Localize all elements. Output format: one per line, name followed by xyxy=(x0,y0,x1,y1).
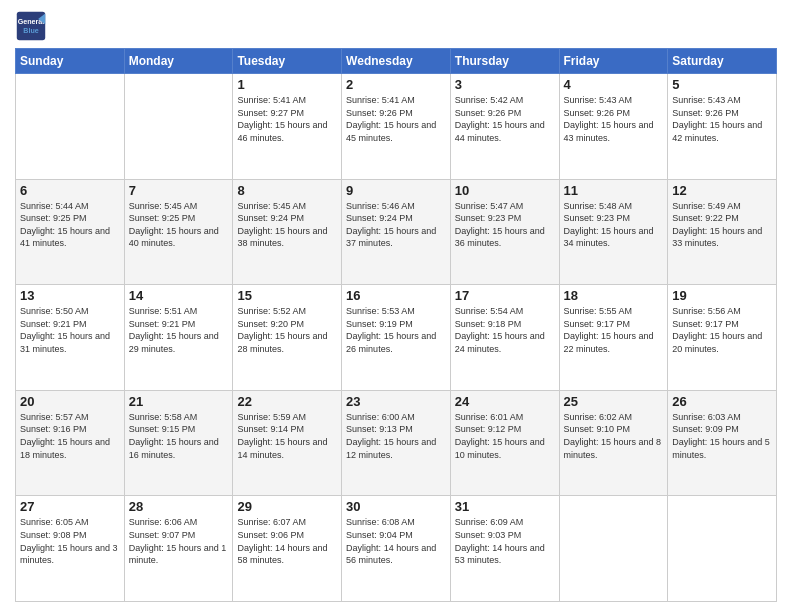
calendar-cell: 3Sunrise: 5:42 AM Sunset: 9:26 PM Daylig… xyxy=(450,74,559,180)
calendar-header-row: SundayMondayTuesdayWednesdayThursdayFrid… xyxy=(16,49,777,74)
day-number: 30 xyxy=(346,499,446,514)
svg-text:Blue: Blue xyxy=(23,27,38,35)
calendar-cell: 30Sunrise: 6:08 AM Sunset: 9:04 PM Dayli… xyxy=(342,496,451,602)
day-info: Sunrise: 6:02 AM Sunset: 9:10 PM Dayligh… xyxy=(564,411,664,461)
day-info: Sunrise: 6:09 AM Sunset: 9:03 PM Dayligh… xyxy=(455,516,555,566)
day-number: 6 xyxy=(20,183,120,198)
day-number: 13 xyxy=(20,288,120,303)
logo-icon: General Blue xyxy=(15,10,47,42)
day-info: Sunrise: 6:01 AM Sunset: 9:12 PM Dayligh… xyxy=(455,411,555,461)
day-info: Sunrise: 6:08 AM Sunset: 9:04 PM Dayligh… xyxy=(346,516,446,566)
calendar-cell: 16Sunrise: 5:53 AM Sunset: 9:19 PM Dayli… xyxy=(342,285,451,391)
calendar-cell: 25Sunrise: 6:02 AM Sunset: 9:10 PM Dayli… xyxy=(559,390,668,496)
calendar-cell: 23Sunrise: 6:00 AM Sunset: 9:13 PM Dayli… xyxy=(342,390,451,496)
weekday-header: Thursday xyxy=(450,49,559,74)
calendar-cell: 20Sunrise: 5:57 AM Sunset: 9:16 PM Dayli… xyxy=(16,390,125,496)
day-info: Sunrise: 5:42 AM Sunset: 9:26 PM Dayligh… xyxy=(455,94,555,144)
day-number: 18 xyxy=(564,288,664,303)
day-number: 11 xyxy=(564,183,664,198)
calendar-cell: 31Sunrise: 6:09 AM Sunset: 9:03 PM Dayli… xyxy=(450,496,559,602)
calendar-cell: 13Sunrise: 5:50 AM Sunset: 9:21 PM Dayli… xyxy=(16,285,125,391)
calendar-cell: 29Sunrise: 6:07 AM Sunset: 9:06 PM Dayli… xyxy=(233,496,342,602)
day-info: Sunrise: 5:55 AM Sunset: 9:17 PM Dayligh… xyxy=(564,305,664,355)
day-info: Sunrise: 6:03 AM Sunset: 9:09 PM Dayligh… xyxy=(672,411,772,461)
day-number: 31 xyxy=(455,499,555,514)
day-number: 1 xyxy=(237,77,337,92)
weekday-header: Sunday xyxy=(16,49,125,74)
day-number: 23 xyxy=(346,394,446,409)
day-info: Sunrise: 5:53 AM Sunset: 9:19 PM Dayligh… xyxy=(346,305,446,355)
calendar-cell: 14Sunrise: 5:51 AM Sunset: 9:21 PM Dayli… xyxy=(124,285,233,391)
calendar-cell: 19Sunrise: 5:56 AM Sunset: 9:17 PM Dayli… xyxy=(668,285,777,391)
day-number: 14 xyxy=(129,288,229,303)
calendar-cell: 22Sunrise: 5:59 AM Sunset: 9:14 PM Dayli… xyxy=(233,390,342,496)
logo: General Blue xyxy=(15,10,47,42)
day-info: Sunrise: 6:07 AM Sunset: 9:06 PM Dayligh… xyxy=(237,516,337,566)
calendar-week-row: 20Sunrise: 5:57 AM Sunset: 9:16 PM Dayli… xyxy=(16,390,777,496)
day-number: 28 xyxy=(129,499,229,514)
calendar-cell: 26Sunrise: 6:03 AM Sunset: 9:09 PM Dayli… xyxy=(668,390,777,496)
day-info: Sunrise: 5:54 AM Sunset: 9:18 PM Dayligh… xyxy=(455,305,555,355)
day-number: 5 xyxy=(672,77,772,92)
calendar-cell: 15Sunrise: 5:52 AM Sunset: 9:20 PM Dayli… xyxy=(233,285,342,391)
day-info: Sunrise: 5:41 AM Sunset: 9:26 PM Dayligh… xyxy=(346,94,446,144)
calendar-cell: 11Sunrise: 5:48 AM Sunset: 9:23 PM Dayli… xyxy=(559,179,668,285)
day-number: 15 xyxy=(237,288,337,303)
calendar-cell: 18Sunrise: 5:55 AM Sunset: 9:17 PM Dayli… xyxy=(559,285,668,391)
calendar-cell: 6Sunrise: 5:44 AM Sunset: 9:25 PM Daylig… xyxy=(16,179,125,285)
day-number: 19 xyxy=(672,288,772,303)
day-info: Sunrise: 6:00 AM Sunset: 9:13 PM Dayligh… xyxy=(346,411,446,461)
calendar-cell xyxy=(124,74,233,180)
day-info: Sunrise: 5:50 AM Sunset: 9:21 PM Dayligh… xyxy=(20,305,120,355)
calendar-cell xyxy=(559,496,668,602)
day-number: 16 xyxy=(346,288,446,303)
weekday-header: Tuesday xyxy=(233,49,342,74)
weekday-header: Monday xyxy=(124,49,233,74)
calendar-week-row: 6Sunrise: 5:44 AM Sunset: 9:25 PM Daylig… xyxy=(16,179,777,285)
day-number: 9 xyxy=(346,183,446,198)
day-info: Sunrise: 5:59 AM Sunset: 9:14 PM Dayligh… xyxy=(237,411,337,461)
day-number: 7 xyxy=(129,183,229,198)
day-info: Sunrise: 5:46 AM Sunset: 9:24 PM Dayligh… xyxy=(346,200,446,250)
calendar-cell xyxy=(668,496,777,602)
day-info: Sunrise: 5:41 AM Sunset: 9:27 PM Dayligh… xyxy=(237,94,337,144)
day-info: Sunrise: 5:44 AM Sunset: 9:25 PM Dayligh… xyxy=(20,200,120,250)
weekday-header: Saturday xyxy=(668,49,777,74)
day-number: 20 xyxy=(20,394,120,409)
calendar-cell: 8Sunrise: 5:45 AM Sunset: 9:24 PM Daylig… xyxy=(233,179,342,285)
day-info: Sunrise: 5:49 AM Sunset: 9:22 PM Dayligh… xyxy=(672,200,772,250)
calendar-cell: 7Sunrise: 5:45 AM Sunset: 9:25 PM Daylig… xyxy=(124,179,233,285)
day-number: 29 xyxy=(237,499,337,514)
calendar-cell: 28Sunrise: 6:06 AM Sunset: 9:07 PM Dayli… xyxy=(124,496,233,602)
day-number: 21 xyxy=(129,394,229,409)
calendar-cell: 9Sunrise: 5:46 AM Sunset: 9:24 PM Daylig… xyxy=(342,179,451,285)
day-info: Sunrise: 5:48 AM Sunset: 9:23 PM Dayligh… xyxy=(564,200,664,250)
weekday-header: Wednesday xyxy=(342,49,451,74)
calendar-week-row: 1Sunrise: 5:41 AM Sunset: 9:27 PM Daylig… xyxy=(16,74,777,180)
calendar-table: SundayMondayTuesdayWednesdayThursdayFrid… xyxy=(15,48,777,602)
day-info: Sunrise: 6:05 AM Sunset: 9:08 PM Dayligh… xyxy=(20,516,120,566)
day-number: 25 xyxy=(564,394,664,409)
day-number: 2 xyxy=(346,77,446,92)
day-number: 17 xyxy=(455,288,555,303)
day-info: Sunrise: 5:58 AM Sunset: 9:15 PM Dayligh… xyxy=(129,411,229,461)
calendar-cell: 10Sunrise: 5:47 AM Sunset: 9:23 PM Dayli… xyxy=(450,179,559,285)
day-info: Sunrise: 5:43 AM Sunset: 9:26 PM Dayligh… xyxy=(672,94,772,144)
calendar-cell: 12Sunrise: 5:49 AM Sunset: 9:22 PM Dayli… xyxy=(668,179,777,285)
page: General Blue SundayMondayTuesdayWednesda… xyxy=(0,0,792,612)
day-number: 24 xyxy=(455,394,555,409)
day-info: Sunrise: 5:51 AM Sunset: 9:21 PM Dayligh… xyxy=(129,305,229,355)
day-info: Sunrise: 5:47 AM Sunset: 9:23 PM Dayligh… xyxy=(455,200,555,250)
calendar-week-row: 27Sunrise: 6:05 AM Sunset: 9:08 PM Dayli… xyxy=(16,496,777,602)
day-number: 8 xyxy=(237,183,337,198)
day-number: 27 xyxy=(20,499,120,514)
day-info: Sunrise: 5:57 AM Sunset: 9:16 PM Dayligh… xyxy=(20,411,120,461)
day-number: 4 xyxy=(564,77,664,92)
calendar-cell: 4Sunrise: 5:43 AM Sunset: 9:26 PM Daylig… xyxy=(559,74,668,180)
header: General Blue xyxy=(15,10,777,42)
day-info: Sunrise: 5:45 AM Sunset: 9:24 PM Dayligh… xyxy=(237,200,337,250)
day-info: Sunrise: 5:56 AM Sunset: 9:17 PM Dayligh… xyxy=(672,305,772,355)
calendar-cell: 17Sunrise: 5:54 AM Sunset: 9:18 PM Dayli… xyxy=(450,285,559,391)
calendar-cell: 5Sunrise: 5:43 AM Sunset: 9:26 PM Daylig… xyxy=(668,74,777,180)
day-info: Sunrise: 5:43 AM Sunset: 9:26 PM Dayligh… xyxy=(564,94,664,144)
